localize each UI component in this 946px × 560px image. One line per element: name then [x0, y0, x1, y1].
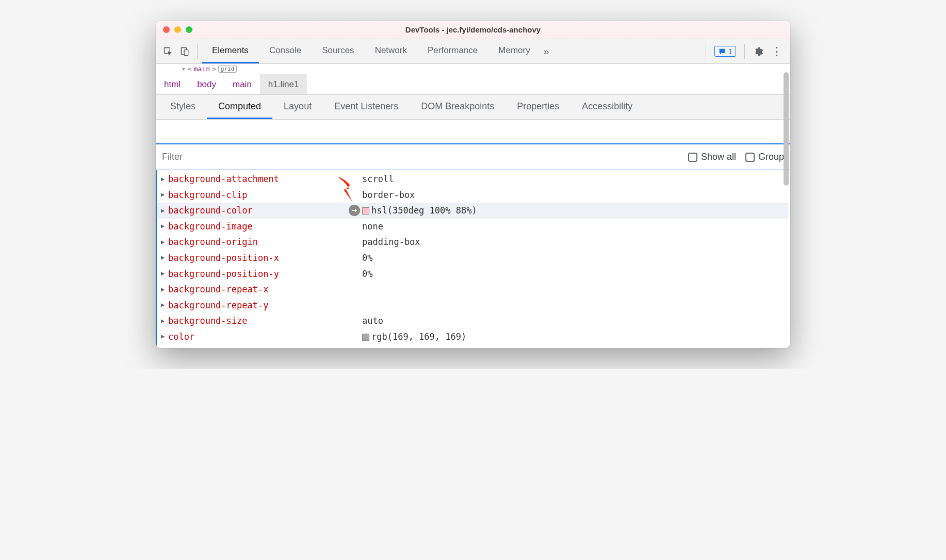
dom-tree-row[interactable]: ▾ <main> grid — [156, 64, 790, 74]
show-all-checkbox[interactable]: Show all — [688, 152, 736, 162]
issues-badge[interactable]: 1 — [714, 46, 736, 57]
scrollbar[interactable] — [784, 72, 789, 186]
tag-name: main — [194, 65, 210, 73]
computed-property-row[interactable]: ▶background-origin➜padding-box — [157, 234, 788, 250]
tab-memory[interactable]: Memory — [488, 39, 540, 63]
svg-rect-2 — [184, 50, 188, 55]
property-name: background-attachment — [168, 171, 349, 187]
goto-source-icon[interactable]: ➜ — [349, 205, 360, 216]
issues-count: 1 — [728, 47, 732, 56]
property-value: padding-box — [362, 234, 420, 250]
subtab-styles[interactable]: Styles — [159, 95, 207, 119]
breadcrumb-item[interactable]: html — [156, 74, 189, 94]
toolbar-divider — [706, 44, 706, 59]
tab-elements[interactable]: Elements — [202, 39, 259, 63]
computed-property-row[interactable]: ▶background-position-y➜0% — [157, 266, 788, 282]
spacer — [156, 120, 790, 143]
property-value: auto — [362, 313, 383, 329]
computed-property-row[interactable]: ▶color➜rgb(169, 169, 169) — [157, 329, 788, 345]
disclosure-triangle-icon[interactable]: ▶ — [161, 252, 168, 263]
property-value: 0% — [362, 266, 372, 282]
property-value: 0% — [362, 250, 372, 266]
computed-list: ▶background-attachment➜scroll▶background… — [157, 170, 788, 348]
computed-property-row[interactable]: ▶background-image➜none — [157, 219, 788, 235]
show-all-label: Show all — [701, 152, 736, 162]
expand-caret-icon: ▾ — [182, 65, 186, 73]
inspect-icon[interactable] — [160, 43, 176, 60]
property-name: background-image — [168, 219, 349, 235]
device-toggle-icon[interactable] — [176, 43, 193, 60]
property-name: background-color — [168, 203, 349, 219]
disclosure-triangle-icon[interactable]: ▶ — [161, 174, 168, 185]
color-swatch-icon[interactable] — [362, 334, 369, 341]
main-tabs: ElementsConsoleSourcesNetworkPerformance… — [202, 39, 541, 63]
property-name: background-repeat-x — [168, 282, 349, 298]
disclosure-triangle-icon[interactable]: ▶ — [161, 221, 168, 232]
filter-input[interactable] — [162, 152, 679, 162]
computed-property-row[interactable]: ▶background-repeat-y➜ — [157, 298, 788, 314]
property-name: background-position-x — [168, 250, 349, 266]
window-title: DevTools - jec.fyi/demo/cds-anchovy — [156, 25, 790, 34]
disclosure-triangle-icon[interactable]: ▶ — [161, 237, 168, 248]
breadcrumb-item[interactable]: main — [224, 74, 260, 94]
computed-property-row[interactable]: ▶background-attachment➜scroll — [157, 171, 788, 187]
property-value: hsl(350deg 100% 88%) — [362, 203, 477, 219]
tab-performance[interactable]: Performance — [417, 39, 488, 63]
toolbar-divider — [744, 44, 745, 59]
subtab-layout[interactable]: Layout — [272, 95, 323, 119]
computed-property-row[interactable]: ▶background-repeat-x➜ — [157, 282, 788, 298]
layout-badge[interactable]: grid — [218, 65, 237, 73]
breadcrumb: htmlbodymainh1.line1 — [156, 74, 790, 95]
property-name: background-size — [168, 313, 349, 329]
subtab-event-listeners[interactable]: Event Listeners — [323, 95, 410, 119]
checkbox-icon — [745, 153, 755, 162]
maximize-button[interactable] — [186, 26, 192, 33]
property-value: scroll — [362, 171, 394, 187]
toolbar-divider — [197, 44, 198, 59]
computed-property-row[interactable]: ▶background-color➜hsl(350deg 100% 88%) — [157, 203, 788, 219]
disclosure-triangle-icon[interactable]: ▶ — [161, 189, 168, 201]
disclosure-triangle-icon[interactable]: ▶ — [161, 284, 168, 295]
tab-sources[interactable]: Sources — [312, 39, 364, 63]
computed-property-row[interactable]: ▶background-size➜auto — [157, 313, 788, 329]
computed-property-row[interactable]: ▶background-position-x➜0% — [157, 250, 788, 266]
property-value: none — [362, 219, 383, 235]
checkbox-icon — [688, 153, 697, 162]
property-name: background-origin — [168, 234, 349, 250]
disclosure-triangle-icon[interactable]: ▶ — [161, 300, 168, 311]
disclosure-triangle-icon[interactable]: ▶ — [161, 268, 168, 279]
breadcrumb-item[interactable]: body — [189, 74, 224, 94]
property-name: background-clip — [168, 187, 349, 203]
disclosure-triangle-icon[interactable]: ▶ — [161, 331, 168, 342]
titlebar: DevTools - jec.fyi/demo/cds-anchovy — [156, 21, 790, 39]
tab-console[interactable]: Console — [259, 39, 312, 63]
property-name: background-repeat-y — [168, 298, 349, 314]
property-value: rgb(169, 169, 169) — [362, 329, 466, 345]
color-swatch-icon[interactable] — [362, 207, 369, 215]
close-button[interactable] — [163, 26, 170, 33]
minimize-button[interactable] — [174, 26, 181, 33]
group-label: Group — [758, 152, 784, 162]
computed-panel: ▶background-attachment➜scroll▶background… — [156, 170, 790, 348]
subtab-accessibility[interactable]: Accessibility — [570, 95, 644, 119]
breadcrumb-item[interactable]: h1.line1 — [260, 74, 307, 94]
annotation-arrow-icon — [331, 177, 357, 203]
subtab-properties[interactable]: Properties — [505, 95, 570, 119]
more-tabs-icon[interactable]: » — [541, 46, 552, 57]
settings-icon[interactable] — [749, 42, 768, 61]
computed-property-row[interactable]: ▶background-clip➜border-box — [157, 187, 788, 203]
group-checkbox[interactable]: Group — [745, 152, 784, 162]
property-name: color — [168, 329, 349, 345]
disclosure-triangle-icon[interactable]: ▶ — [161, 205, 168, 217]
main-toolbar: ElementsConsoleSourcesNetworkPerformance… — [156, 39, 790, 64]
filter-row: Show all Group — [156, 143, 790, 170]
devtools-window: DevTools - jec.fyi/demo/cds-anchovy Elem… — [156, 21, 790, 348]
subtab-dom-breakpoints[interactable]: DOM Breakpoints — [410, 95, 505, 119]
styles-subtabs: StylesComputedLayoutEvent ListenersDOM B… — [156, 95, 790, 120]
subtab-computed[interactable]: Computed — [207, 95, 272, 119]
property-name: background-position-y — [168, 266, 349, 282]
traffic-lights — [163, 26, 192, 33]
tab-network[interactable]: Network — [365, 39, 417, 63]
disclosure-triangle-icon[interactable]: ▶ — [161, 316, 168, 327]
kebab-menu-icon[interactable]: ⋮ — [768, 42, 786, 61]
